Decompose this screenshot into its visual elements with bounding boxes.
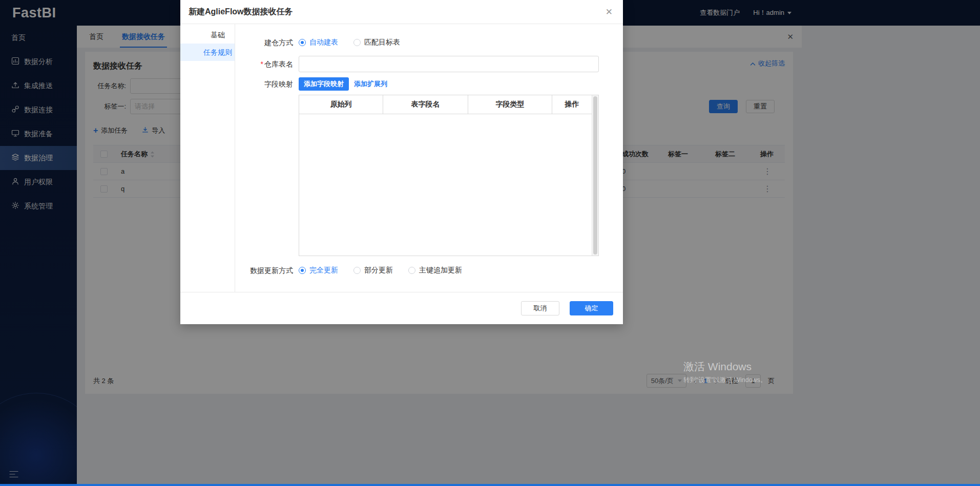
- scrollbar[interactable]: [592, 95, 598, 256]
- radio-primary-key-append-update[interactable]: 主键追加更新: [408, 266, 462, 275]
- radio-selected-icon: [299, 39, 306, 46]
- close-icon[interactable]: ✕: [606, 7, 613, 17]
- update-method-radio-group: 完全更新 部分更新 主键追加更新: [299, 266, 462, 275]
- radio-unselected-icon: [353, 39, 361, 46]
- label-text: 仓库表名: [264, 60, 293, 68]
- modal-title: 新建AglieFlow数据接收任务: [189, 7, 293, 17]
- confirm-button[interactable]: 确定: [570, 301, 613, 315]
- add-field-mapping-button[interactable]: 添加字段映射: [299, 77, 349, 91]
- mapping-column-original: 原始列: [299, 95, 383, 114]
- cancel-button[interactable]: 取消: [521, 301, 559, 315]
- warehouse-table-name-label: *仓库表名: [235, 56, 299, 72]
- mapping-table-body: [299, 114, 592, 256]
- modal-form: 建仓方式 自动建表 匹配目标表 *仓库表名: [235, 24, 623, 292]
- modal-footer: 取消 确定: [180, 292, 623, 324]
- radio-label: 匹配目标表: [364, 38, 400, 47]
- modal-header: 新建AglieFlow数据接收任务 ✕: [180, 0, 623, 24]
- radio-selected-icon: [299, 267, 306, 274]
- mapping-column-field-type: 字段类型: [468, 95, 552, 114]
- radio-label: 完全更新: [309, 266, 338, 275]
- radio-unselected-icon: [353, 267, 361, 274]
- watermark-line1: 激活 Windows: [683, 360, 767, 374]
- radio-match-target-table[interactable]: 匹配目标表: [353, 38, 400, 47]
- modal-step-nav: 基础 任务规则: [180, 24, 235, 292]
- modal-body: 基础 任务规则 建仓方式 自动建表 匹配目标表: [180, 24, 623, 292]
- field-mapping-table: 原始列 表字段名 字段类型 操作: [299, 95, 599, 256]
- windows-activation-watermark: 激活 Windows 转到“设置”以激活 Windows。: [683, 360, 767, 385]
- taskbar-edge: [0, 484, 980, 486]
- radio-partial-update[interactable]: 部分更新: [353, 266, 393, 275]
- mapping-column-field-name: 表字段名: [383, 95, 468, 114]
- mapping-table-header: 原始列 表字段名 字段类型 操作: [299, 95, 592, 114]
- modal-nav-task-rules[interactable]: 任务规则: [180, 44, 235, 61]
- scrollbar-thumb[interactable]: [593, 96, 597, 255]
- mapping-column-actions: 操作: [552, 95, 592, 114]
- field-mapping-label: 字段映射: [235, 77, 299, 256]
- radio-full-update[interactable]: 完全更新: [299, 266, 338, 275]
- update-method-label: 数据更新方式: [235, 262, 299, 279]
- add-extension-column-button[interactable]: 添加扩展列: [354, 79, 387, 89]
- screen: FastBI 查看数据门户 Hi！admin 首页 数据分析 集成推送 数据连接: [0, 0, 980, 486]
- required-mark: *: [261, 60, 263, 68]
- radio-unselected-icon: [408, 267, 415, 274]
- new-task-modal: 新建AglieFlow数据接收任务 ✕ 基础 任务规则 建仓方式 自动建表: [180, 0, 623, 324]
- watermark-line2: 转到“设置”以激活 Windows。: [683, 376, 767, 385]
- radio-label: 部分更新: [364, 266, 393, 275]
- warehouse-table-name-input[interactable]: [299, 56, 599, 72]
- radio-label: 主键追加更新: [419, 266, 462, 275]
- modal-nav-basic[interactable]: 基础: [180, 26, 235, 44]
- build-method-label: 建仓方式: [235, 34, 299, 51]
- radio-label: 自动建表: [309, 38, 338, 47]
- radio-auto-create-table[interactable]: 自动建表: [299, 38, 338, 47]
- build-method-radio-group: 自动建表 匹配目标表: [299, 38, 400, 47]
